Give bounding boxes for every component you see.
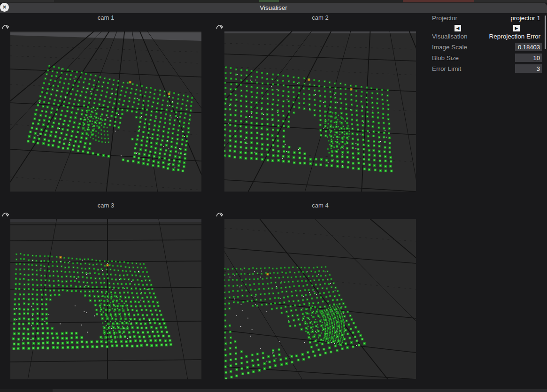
rotate-view-icon[interactable] [216, 210, 223, 219]
blob-size-label: Blob Size [432, 54, 459, 62]
scrollbar-thumb[interactable] [545, 15, 546, 49]
close-window-button[interactable]: ✕ [0, 3, 9, 12]
previous-projector-button[interactable]: ◀ [455, 25, 461, 31]
blob-size-field[interactable] [515, 54, 542, 62]
visualisation-label: Visualisation [432, 33, 468, 40]
error-limit-field[interactable] [515, 64, 542, 73]
error-limit-label: Error Limit [432, 65, 461, 73]
rotate-view-icon[interactable] [216, 22, 223, 31]
projector-label: Projector [432, 15, 457, 22]
camera-3-viewport[interactable] [10, 219, 201, 379]
window-title: Visualiser [0, 3, 547, 13]
rotate-view-icon[interactable] [1, 22, 9, 31]
camera-2-label: cam 2 [224, 14, 416, 22]
projector-value: projector 1 [510, 15, 540, 22]
rotate-view-icon[interactable] [1, 210, 9, 219]
camera-4-viewport[interactable] [224, 219, 416, 379]
background-window-segment [474, 0, 547, 2]
image-scale-label: Image Scale [432, 44, 467, 51]
camera-1-label: cam 1 [10, 14, 201, 22]
visualisation-value: Reprojection Error [489, 33, 540, 40]
background-window-segment [0, 0, 54, 2]
camera-4-label: cam 4 [224, 202, 416, 209]
window-titlebar[interactable]: Visualiser [0, 3, 547, 13]
next-projector-button[interactable]: ▶ [513, 25, 520, 31]
camera-2-viewport[interactable] [224, 31, 416, 192]
background-window-bottom-strip [0, 389, 547, 392]
camera-3-label: cam 3 [10, 202, 201, 209]
background-window-bottom-cap [0, 389, 53, 392]
background-window-segment-green [259, 0, 279, 2]
image-scale-field[interactable] [515, 43, 542, 51]
background-window-segment-red [403, 0, 474, 2]
camera-1-viewport[interactable] [10, 31, 201, 192]
